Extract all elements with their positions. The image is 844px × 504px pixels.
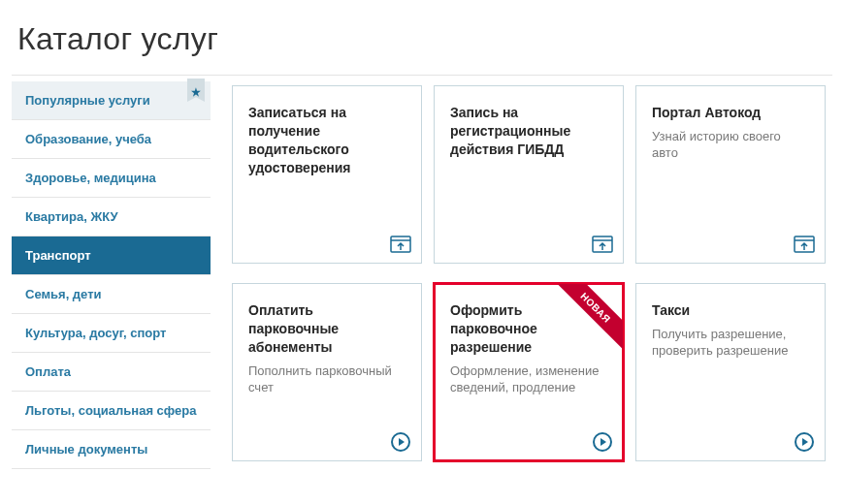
sidebar-item-popular[interactable]: Популярные услуги ★ (12, 81, 211, 120)
sidebar-item-education[interactable]: Образование, учеба (12, 120, 211, 159)
sidebar-item-documents[interactable]: Личные документы (12, 430, 211, 469)
sidebar-item-label: Образование, учеба (25, 132, 151, 146)
card-desc: Узнай историю своего авто (652, 128, 809, 162)
card-title: Записаться на получение водительского уд… (248, 104, 406, 177)
card-avtokod[interactable]: Портал Автокод Узнай историю своего авто (635, 85, 826, 264)
sidebar-item-label: Личные документы (25, 442, 147, 457)
sidebar-item-benefits[interactable]: Льготы, социальная сфера (12, 392, 211, 430)
sidebar-item-payment[interactable]: Оплата (12, 353, 211, 392)
card-parking-permit[interactable]: НОВАЯ Оформить парковочное разрешение Оф… (434, 283, 624, 461)
play-circle-icon (592, 431, 613, 453)
sidebar-item-label: Семья, дети (25, 287, 102, 301)
page-title: Каталог услуг (0, 0, 844, 75)
svg-marker-9 (601, 438, 606, 446)
sidebar-item-culture[interactable]: Культура, досуг, спорт (12, 314, 211, 353)
card-gibdd-registration[interactable]: Запись на регистрационные действия ГИБДД (434, 85, 624, 264)
sidebar-item-label: Льготы, социальная сфера (25, 403, 196, 418)
main-container: Популярные услуги ★ Образование, учеба З… (12, 75, 832, 469)
card-title: Запись на регистрационные действия ГИБДД (450, 104, 607, 159)
card-taxi[interactable]: Такси Получить разрешение, проверить раз… (635, 283, 826, 461)
sidebar-item-label: Культура, досуг, спорт (25, 326, 166, 340)
window-link-icon (794, 234, 815, 255)
play-circle-icon (390, 431, 411, 453)
play-circle-icon (794, 431, 815, 453)
cards-grid: Записаться на получение водительского уд… (211, 76, 832, 469)
window-link-icon (592, 234, 613, 255)
sidebar-item-family[interactable]: Семья, дети (12, 275, 211, 314)
card-title: Такси (652, 301, 809, 320)
window-link-icon (390, 234, 411, 255)
card-desc: Пополнить парковочный счет (248, 362, 406, 396)
sidebar-item-health[interactable]: Здоровье, медицина (12, 159, 211, 198)
card-pay-parking[interactable]: Оплатить парковочные абонементы Пополнит… (232, 283, 422, 461)
sidebar-item-label: Здоровье, медицина (25, 171, 156, 185)
card-desc: Оформление, изменение сведений, продлени… (450, 362, 607, 396)
card-title: Оплатить парковочные абонементы (248, 301, 406, 357)
sidebar-item-label: Популярные услуги (25, 93, 150, 108)
sidebar-item-housing[interactable]: Квартира, ЖКУ (12, 198, 211, 236)
sidebar: Популярные услуги ★ Образование, учеба З… (12, 76, 211, 469)
sidebar-item-transport[interactable]: Транспорт (12, 236, 211, 275)
sidebar-item-label: Квартира, ЖКУ (25, 209, 118, 224)
svg-marker-11 (802, 438, 808, 446)
card-desc: Получить разрешение, проверить разрешени… (652, 326, 809, 360)
sidebar-item-label: Оплата (25, 364, 71, 379)
card-title: Портал Автокод (652, 104, 809, 122)
sidebar-item-label: Транспорт (25, 248, 91, 263)
svg-marker-7 (399, 438, 405, 446)
card-driver-license[interactable]: Записаться на получение водительского уд… (232, 85, 422, 264)
star-badge-icon: ★ (187, 79, 205, 102)
